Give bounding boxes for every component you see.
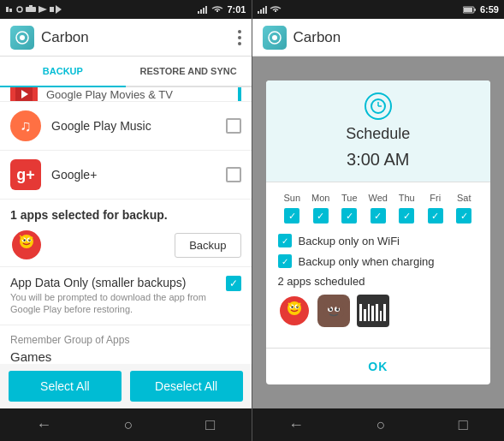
remember-group-label: Remember Group of Apps — [10, 334, 241, 346]
dialog-header: Schedule 3:00 AM — [266, 80, 491, 182]
scroll-indicator — [238, 87, 241, 102]
right-app-bar-left: Carbon — [263, 26, 341, 50]
app-data-text: App Data Only (smaller backups) You will… — [10, 276, 226, 316]
svg-point-30 — [272, 35, 277, 40]
left-content: Google Play Movies & TV ♫ Google Play Mu… — [0, 87, 252, 364]
wifi-option: ✓ Backup only on WiFi — [278, 234, 479, 247]
overflow-menu-button[interactable] — [238, 30, 241, 45]
svg-rect-28 — [464, 8, 472, 12]
music-checkbox[interactable] — [226, 118, 241, 134]
day-check-wed[interactable]: ✓ — [371, 208, 386, 223]
day-mon: Mon — [311, 193, 331, 203]
right-nav-bar: ← ○ □ — [252, 408, 505, 441]
angry-bird-icon — [10, 229, 43, 261]
movies-icon — [15, 87, 33, 101]
day-checkboxes: ✓ ✓ ✓ ✓ ✓ ✓ ✓ — [278, 208, 479, 223]
left-nav-bar: ← ○ □ — [0, 408, 252, 441]
tab-restore-sync[interactable]: RESTORE AND SYNC — [126, 57, 252, 87]
backup-button[interactable]: Backup — [175, 233, 240, 258]
left-tabs: BACKUP RESTORE AND SYNC — [0, 57, 252, 87]
right-carbon-logo — [263, 26, 287, 50]
dialog-ok-section: OK — [266, 348, 491, 384]
charging-label: Backup only when charging — [299, 255, 435, 268]
scheduled-count: 2 apps scheduled — [278, 275, 479, 288]
svg-rect-24 — [263, 8, 264, 14]
svg-marker-5 — [39, 6, 47, 13]
svg-rect-4 — [29, 5, 33, 8]
left-status-icons — [5, 5, 62, 14]
play-icon — [38, 5, 48, 14]
right-home-button[interactable]: ○ — [377, 416, 386, 434]
svg-rect-8 — [198, 11, 199, 14]
app-data-title: App Data Only (smaller backups) — [10, 276, 226, 289]
right-back-button[interactable]: ← — [288, 416, 304, 434]
deselect-all-button[interactable]: Deselect All — [130, 371, 243, 402]
svg-point-13 — [20, 35, 25, 40]
dialog-title: Schedule — [346, 125, 410, 143]
left-phone-panel: 7:01 Carbon BACKUP RESTORE AND SYNC — [0, 0, 252, 441]
day-thu: Thu — [396, 193, 417, 203]
select-all-button[interactable]: Select All — [9, 371, 122, 402]
googleplus-label: Google+ — [51, 168, 226, 182]
svg-rect-10 — [203, 8, 205, 14]
list-item-movies[interactable]: Google Play Movies & TV — [0, 87, 252, 102]
clock-icon — [365, 92, 392, 120]
movies-label: Google Play Movies & TV — [46, 88, 231, 101]
charging-checkbox[interactable]: ✓ — [278, 254, 292, 268]
back-button[interactable]: ← — [36, 416, 51, 434]
googleplus-checkbox[interactable] — [226, 167, 241, 182]
day-check-thu[interactable]: ✓ — [399, 208, 414, 223]
right-status-bar: 6:59 — [252, 0, 505, 19]
app-data-row: App Data Only (smaller backups) You will… — [10, 276, 241, 316]
wifi-icon — [211, 5, 223, 14]
list-item-music[interactable]: ♫ Google Play Music — [0, 102, 252, 151]
remember-group-section: Remember Group of Apps Games — [0, 325, 252, 364]
notif-icon-1 — [5, 5, 14, 14]
recent-button[interactable]: □ — [205, 416, 215, 434]
app-data-checkbox[interactable]: ✓ — [226, 276, 241, 291]
sched-barcode-icon — [357, 295, 389, 327]
left-app-title: Carbon — [41, 29, 89, 46]
signal-icon — [198, 5, 208, 14]
day-check-mon[interactable]: ✓ — [313, 208, 329, 223]
app-data-section: App Data Only (smaller backups) You will… — [0, 267, 252, 325]
list-item-googleplus[interactable]: g+ Google+ — [0, 151, 252, 200]
charging-option: ✓ Backup only when charging — [278, 254, 479, 268]
carbon-logo — [10, 26, 34, 50]
sched-wolf-icon — [317, 295, 350, 327]
svg-marker-7 — [56, 5, 62, 14]
right-phone-panel: 6:59 Carbon Schedule — [252, 0, 505, 441]
day-wed: Wed — [368, 193, 388, 203]
wifi-checkbox[interactable]: ✓ — [278, 234, 292, 247]
right-recent-button[interactable]: □ — [459, 416, 468, 434]
left-time: 7:01 — [227, 4, 246, 15]
day-check-fri[interactable]: ✓ — [428, 208, 443, 223]
dialog-overlay: Schedule 3:00 AM Sun Mon Tue Wed Thu Fri… — [252, 57, 505, 408]
left-app-bar-left: Carbon — [10, 26, 89, 50]
day-tue: Tue — [339, 193, 359, 203]
home-button[interactable]: ○ — [124, 416, 133, 434]
left-status-bar: 7:01 — [0, 0, 252, 19]
media-icon — [50, 5, 62, 14]
schedule-dialog: Schedule 3:00 AM Sun Mon Tue Wed Thu Fri… — [266, 80, 491, 384]
day-check-tue[interactable]: ✓ — [341, 208, 357, 223]
dialog-time: 3:00 AM — [347, 150, 409, 170]
tab-backup[interactable]: BACKUP — [0, 57, 126, 87]
dialog-body: Sun Mon Tue Wed Thu Fri Sat ✓ ✓ ✓ ✓ ✓ ✓ … — [266, 182, 491, 348]
remember-group-value[interactable]: Games — [10, 349, 51, 364]
svg-rect-22 — [258, 11, 259, 14]
svg-rect-11 — [205, 6, 207, 14]
svg-rect-0 — [6, 7, 9, 12]
day-sun: Sun — [282, 193, 302, 203]
svg-rect-23 — [260, 9, 262, 14]
right-status-icons — [258, 5, 282, 14]
left-app-bar: Carbon — [0, 19, 252, 57]
day-check-sun[interactable]: ✓ — [284, 208, 299, 223]
googleplus-icon: g+ — [10, 159, 41, 190]
ok-button[interactable]: OK — [368, 360, 388, 373]
battery-icon — [463, 5, 477, 14]
day-sat: Sat — [454, 193, 474, 203]
svg-rect-9 — [200, 9, 202, 14]
day-check-sat[interactable]: ✓ — [456, 208, 471, 223]
music-label: Google Play Music — [51, 119, 226, 133]
